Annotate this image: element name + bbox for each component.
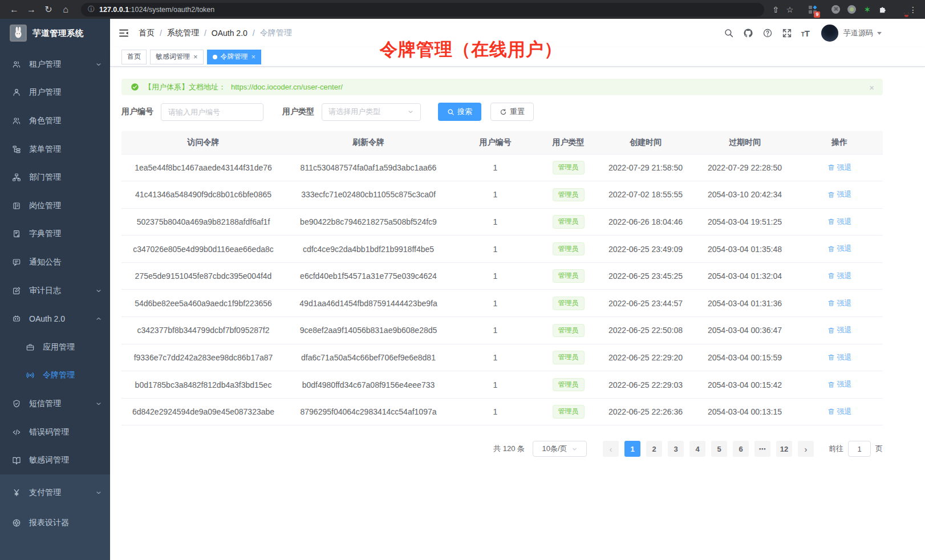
address-bar[interactable]: ⓘ 127.0.0.1:1024/system/oauth2/token — [81, 3, 764, 17]
user-id-cell: 1 — [452, 262, 539, 290]
browser-reload-button[interactable]: ↻ — [41, 3, 56, 17]
page-button-5[interactable]: 5 — [711, 441, 727, 457]
force-logout-button[interactable]: 强退 — [827, 325, 852, 335]
more-pages-button[interactable]: ⋯ — [754, 441, 770, 457]
chevron-down-icon[interactable] — [877, 32, 882, 35]
chevron-down-icon — [95, 287, 102, 294]
sidebar-item-role[interactable]: 角色管理 — [0, 107, 110, 135]
force-logout-button[interactable]: 强退 — [827, 271, 852, 281]
site-info-icon[interactable]: ⓘ — [88, 5, 95, 14]
breadcrumb-item[interactable]: OAuth 2.0 — [212, 29, 248, 38]
puzzle-extensions-icon[interactable] — [878, 5, 887, 14]
user-id-cell: 1 — [452, 154, 539, 181]
table-row: 41c41346a548490f9dc8b01c6bfe0865333ecfc7… — [121, 181, 883, 209]
breadcrumb-item[interactable]: 系统管理 — [167, 28, 199, 38]
search-button[interactable]: 搜索 — [438, 103, 481, 121]
goto-page-input[interactable] — [848, 441, 871, 457]
recorder-extension-icon[interactable] — [847, 5, 856, 14]
force-logout-button[interactable]: 强退 — [827, 352, 852, 363]
sidebar-item-post[interactable]: 岗位管理 — [0, 192, 110, 220]
user-type-cell: 管理员 — [539, 208, 598, 236]
expire-time-cell: 2054-03-10 20:42:34 — [693, 181, 796, 209]
sidebar-item-sensitive[interactable]: 敏感词管理 — [0, 446, 110, 474]
org-icon — [12, 173, 21, 182]
user-name[interactable]: 芋道源码 — [843, 28, 873, 38]
refresh-token-cell: 8796295f04064c2983414cc54af1097a — [285, 398, 452, 425]
page-button-2[interactable]: 2 — [646, 441, 662, 457]
page-size-select[interactable]: 10条/页 — [533, 441, 587, 457]
page-button-6[interactable]: 6 — [733, 441, 749, 457]
sidebar-item-errcode[interactable]: 错误码管理 — [0, 418, 110, 447]
github-icon[interactable] — [743, 28, 753, 38]
user-id-cell: 1 — [452, 236, 539, 263]
sidebar-item-user[interactable]: 用户管理 — [0, 79, 110, 107]
app-logo[interactable]: 芋道管理系统 — [0, 19, 110, 47]
refresh-icon — [500, 108, 507, 116]
sidebar-item-pay[interactable]: 支付管理 — [0, 478, 110, 508]
page-button-12[interactable]: 12 — [776, 441, 792, 457]
search-icon[interactable] — [724, 28, 734, 38]
share-icon[interactable]: ⇧ — [772, 6, 779, 14]
fullscreen-icon[interactable] — [782, 28, 792, 38]
browser-home-button[interactable]: ⌂ — [58, 3, 73, 17]
avatar[interactable] — [821, 25, 838, 42]
green-star-extension-icon[interactable]: ✶ — [863, 5, 871, 14]
sidebar-collapse-icon[interactable] — [118, 27, 129, 39]
force-logout-button[interactable]: 强退 — [827, 379, 852, 389]
close-icon[interactable]: × — [193, 53, 198, 60]
token-table: 访问令牌刷新令牌用户编号用户类型创建时间过期时间操作 1ea5e44f8bc14… — [121, 131, 883, 425]
sidebar-item-oauth2-token[interactable]: 令牌管理 — [0, 362, 110, 390]
column-header: 访问令牌 — [121, 131, 285, 154]
help-icon[interactable] — [762, 28, 773, 38]
force-logout-button[interactable]: 强退 — [827, 217, 852, 227]
sidebar-item-dept[interactable]: 部门管理 — [0, 163, 110, 192]
tab-首页[interactable]: 首页 — [121, 50, 147, 64]
reset-button[interactable]: 重置 — [490, 103, 534, 121]
browser-menu-icon[interactable]: ⋮ — [909, 6, 917, 14]
breadcrumb-separator: / — [253, 29, 255, 38]
force-logout-button[interactable]: 强退 — [827, 407, 852, 417]
bookmark-star-icon[interactable]: ☆ — [786, 6, 794, 14]
browser-back-button[interactable]: ← — [7, 3, 22, 17]
browser-forward-button[interactable]: → — [24, 3, 39, 17]
tab-敏感词管理[interactable]: 敏感词管理× — [150, 50, 204, 64]
force-logout-button[interactable]: 强退 — [827, 189, 852, 200]
table-row: 502375b8040a469a9b82188afdf6af1fbe90422b… — [121, 208, 883, 236]
access-token-cell: 6d842e2924594de9a09e45e087323abe — [121, 398, 285, 425]
page-button-3[interactable]: 3 — [668, 441, 684, 457]
annotation-text: 令牌管理（在线用户） — [380, 38, 562, 62]
force-logout-button[interactable]: 强退 — [827, 244, 852, 254]
page-button-1[interactable]: 1 — [624, 441, 640, 457]
sidebar-item-report[interactable]: 报表设计器 — [0, 508, 110, 538]
success-alert: 【用户体系】文档地址： https://doc.iocoder.cn/user-… — [121, 79, 883, 95]
prev-page-button[interactable]: ‹ — [603, 441, 619, 457]
user-type-cell: 管理员 — [539, 154, 598, 181]
sidebar-item-oauth2-app[interactable]: 应用管理 — [0, 333, 110, 362]
force-logout-button[interactable]: 强退 — [827, 298, 852, 309]
trash-icon — [827, 218, 835, 225]
sidebar-item-oauth2[interactable]: OAuth 2.0 — [0, 305, 110, 333]
dict-icon — [12, 229, 21, 238]
sidebar-item-tenant[interactable]: 租户管理 — [0, 50, 110, 79]
sidebar-item-menu[interactable]: 菜单管理 — [0, 135, 110, 164]
page-button-4[interactable]: 4 — [689, 441, 705, 457]
breadcrumb-item[interactable]: 首页 — [139, 28, 155, 38]
created-time-cell: 2022-06-25 23:44:57 — [598, 290, 693, 317]
tab-令牌管理[interactable]: 令牌管理× — [207, 50, 262, 64]
extension-grid-icon[interactable]: 9 — [809, 6, 817, 14]
content: 【用户体系】文档地址： https://doc.iocoder.cn/user-… — [110, 67, 925, 457]
table-row: 6d842e2924594de9a09e45e087323abe8796295f… — [121, 398, 883, 425]
force-logout-button[interactable]: 强退 — [827, 163, 852, 173]
sidebar-item-sms[interactable]: 短信管理 — [0, 389, 110, 418]
close-icon[interactable]: × — [869, 82, 874, 92]
next-page-button[interactable]: › — [798, 441, 814, 457]
user-id-input[interactable] — [161, 103, 263, 121]
alert-doc-link[interactable]: https://doc.iocoder.cn/user-center/ — [231, 83, 343, 91]
command-extension-icon[interactable]: ⌘ — [831, 5, 840, 14]
sidebar-item-dict[interactable]: 字典管理 — [0, 220, 110, 249]
close-icon[interactable]: × — [251, 53, 256, 60]
user-type-select[interactable]: 请选择用户类型 — [322, 103, 421, 121]
sidebar-item-audit[interactable]: 审计日志 — [0, 277, 110, 305]
font-size-icon[interactable]: TT — [801, 29, 810, 38]
sidebar-item-notice[interactable]: 通知公告 — [0, 248, 110, 277]
